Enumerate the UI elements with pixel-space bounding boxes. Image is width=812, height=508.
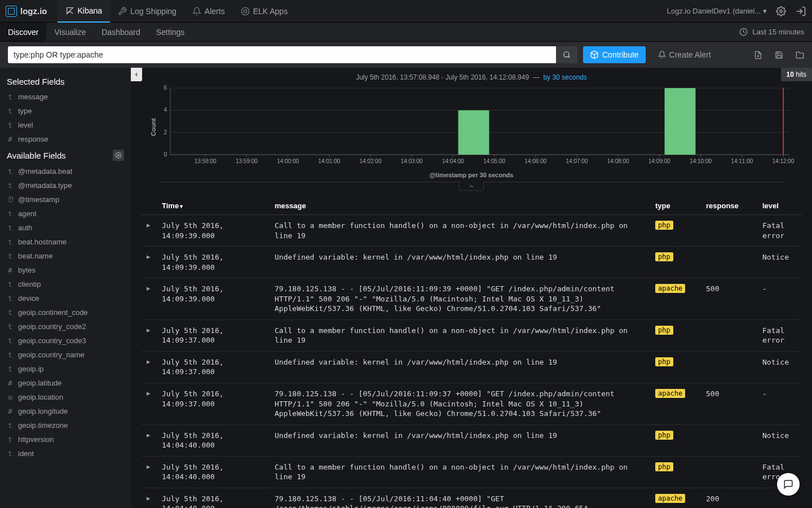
expand-row-button[interactable]: ▸ (141, 319, 156, 351)
field--metadata-beat[interactable]: t@metadata.beat (0, 164, 131, 178)
time-picker[interactable]: Last 15 minutes (739, 23, 812, 41)
table-row: ▸July 5th 2016, 14:09:39.000Call to a me… (141, 215, 802, 247)
nav-item-kibana[interactable]: Kibana (58, 0, 111, 23)
field-type[interactable]: ttype (0, 104, 131, 118)
field-clientip[interactable]: tclientip (0, 277, 131, 291)
selected-fields-header: Selected Fields (0, 73, 131, 90)
histogram-chart[interactable]: 024613:58:0013:59:0014:00:0014:01:0014:0… (157, 85, 795, 169)
expand-row-button[interactable]: ▸ (141, 424, 156, 456)
alerts-icon (192, 7, 201, 16)
field-message[interactable]: tmessage (0, 90, 131, 104)
field-beat-name[interactable]: tbeat.name (0, 249, 131, 263)
field-geoip-country-name[interactable]: tgeoip.country_name (0, 348, 131, 362)
svg-line-6 (568, 56, 570, 58)
cell-type: php (650, 319, 700, 351)
brand-text: logz.io (20, 6, 47, 16)
search-icon (563, 51, 571, 59)
cell-time: July 5th 2016, 14:09:37.000 (156, 383, 269, 425)
cell-message: Undefined variable: kernel in /var/www/h… (269, 424, 650, 456)
field-type-icon: # (7, 379, 14, 387)
cell-level: - (757, 278, 802, 320)
col-message[interactable]: message (269, 197, 650, 215)
field-type-icon: t (7, 107, 14, 115)
expand-row-button[interactable]: ▸ (141, 488, 156, 508)
field-httpversion[interactable]: thttpversion (0, 432, 131, 446)
sidebar-collapse-button[interactable] (131, 68, 142, 81)
fields-settings-button[interactable] (113, 150, 124, 161)
nav-item-log-shipping[interactable]: Log Shipping (110, 0, 184, 23)
field-level[interactable]: tlevel (0, 118, 131, 132)
table-row: ▸July 5th 2016, 14:09:37.000Undefined va… (141, 351, 802, 383)
create-alert-button[interactable]: Create Alert (658, 50, 711, 59)
cell-time: July 5th 2016, 14:09:39.000 (156, 215, 269, 247)
field-type-icon: t (7, 351, 14, 359)
field-beat-hostname[interactable]: tbeat.hostname (0, 235, 131, 249)
col-time[interactable]: Time▾ (156, 197, 269, 215)
field-type-icon: ◎ (7, 393, 14, 401)
open-search-icon[interactable] (796, 51, 804, 59)
chat-icon (783, 479, 793, 489)
chevron-up-icon (468, 183, 475, 190)
field-geoip-longitude[interactable]: #geoip.longitude (0, 404, 131, 418)
table-row: ▸July 5th 2016, 14:09:37.00079.180.125.1… (141, 383, 802, 425)
settings-icon[interactable] (776, 6, 786, 16)
save-search-icon[interactable] (775, 51, 783, 59)
search-input[interactable] (8, 46, 556, 63)
nav-item-alerts[interactable]: Alerts (184, 0, 233, 23)
help-bubble[interactable] (777, 473, 800, 496)
expand-row-button[interactable]: ▸ (141, 456, 156, 488)
account-dropdown[interactable]: Logz.io DanielDev1 (daniel... ▾ (667, 7, 767, 15)
field-device[interactable]: tdevice (0, 291, 131, 305)
col-response[interactable]: response (700, 197, 757, 215)
cell-response (700, 215, 757, 247)
tab-settings[interactable]: Settings (148, 23, 193, 41)
cell-level: Fatal error (757, 319, 802, 351)
field-geoip-continent-code[interactable]: tgeoip.continent_code (0, 305, 131, 319)
x-axis-label: @timestamp per 30 seconds (148, 169, 795, 178)
field-geoip-latitude[interactable]: #geoip.latitude (0, 376, 131, 390)
nav-item-elk-apps[interactable]: ELK Apps (233, 0, 296, 23)
elk-apps-icon (241, 7, 250, 16)
logout-icon[interactable] (795, 6, 806, 17)
fields-sidebar: Selected Fields tmessagettypetlevel#resp… (0, 68, 131, 508)
field-auth[interactable]: tauth (0, 221, 131, 235)
contribute-button[interactable]: Contribute (583, 46, 646, 63)
tab-visualize[interactable]: Visualize (46, 23, 94, 41)
svg-text:14:09:00: 14:09:00 (648, 158, 670, 164)
cell-type: apache (650, 278, 700, 320)
field-type-icon: t (7, 308, 14, 317)
field-type-icon: # (7, 407, 14, 415)
cell-message: Call to a member function handle() on a … (269, 456, 650, 488)
field-response[interactable]: #response (0, 132, 131, 146)
field-agent[interactable]: tagent (0, 207, 131, 221)
svg-text:14:02:00: 14:02:00 (360, 158, 382, 164)
field-geoip-country-code3[interactable]: tgeoip.country_code3 (0, 334, 131, 348)
expand-row-button[interactable]: ▸ (141, 215, 156, 247)
field-geoip-location[interactable]: ◎geoip.location (0, 390, 131, 404)
search-button[interactable] (556, 46, 577, 63)
expand-row-button[interactable]: ▸ (141, 351, 156, 383)
field-geoip-country-code2[interactable]: tgeoip.country_code2 (0, 319, 131, 334)
brand-logo[interactable]: logz.io (6, 6, 47, 17)
expand-row-button[interactable]: ▸ (141, 247, 156, 278)
field-geoip-timezone[interactable]: tgeoip.timezone (0, 418, 131, 432)
tab-dashboard[interactable]: Dashboard (94, 23, 148, 41)
field--timestamp[interactable]: ⏱@timestamp (0, 192, 131, 207)
cell-time: July 5th 2016, 14:09:39.000 (156, 247, 269, 278)
field-geoip-ip[interactable]: tgeoip.ip (0, 362, 131, 376)
new-search-icon[interactable] (754, 51, 762, 59)
contribute-label: Contribute (602, 50, 639, 59)
chart-toggle-button[interactable] (459, 182, 484, 191)
tab-discover[interactable]: Discover (0, 23, 46, 41)
svg-text:14:06:00: 14:06:00 (524, 158, 546, 164)
svg-text:0: 0 (164, 151, 167, 157)
expand-row-button[interactable]: ▸ (141, 278, 156, 320)
top-right: Logz.io DanielDev1 (daniel... ▾ (667, 6, 806, 17)
expand-row-button[interactable]: ▸ (141, 383, 156, 425)
field-bytes[interactable]: #bytes (0, 263, 131, 277)
col-level[interactable]: level (757, 197, 802, 215)
col-type[interactable]: type (650, 197, 700, 215)
field--metadata-type[interactable]: t@metadata.type (0, 178, 131, 192)
field-ident[interactable]: tident (0, 446, 131, 461)
interval-picker[interactable]: by 30 seconds (543, 73, 586, 81)
